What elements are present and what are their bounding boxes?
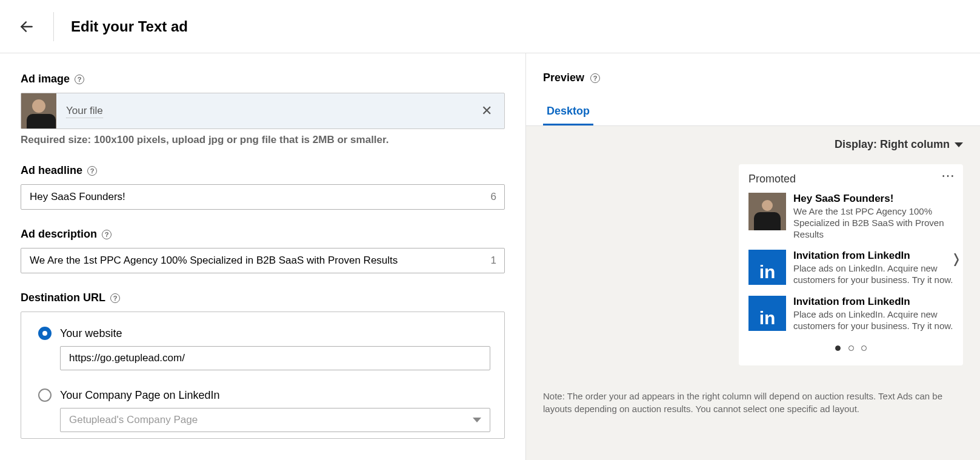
ad-description-preview: We Are the 1st PPC Agency 100% Specializ… — [793, 206, 953, 240]
carousel-dots — [748, 342, 953, 353]
promoted-card: ⋯ Promoted Hey SaaS Founders! We Are the… — [739, 164, 963, 365]
description-label-text: Ad description — [21, 228, 97, 241]
file-name-wrap: Your file — [56, 105, 469, 117]
radio-company-page-label: Your Company Page on LinkedIn — [60, 389, 220, 402]
chevron-down-icon — [473, 418, 481, 422]
carousel-dot-1[interactable] — [835, 345, 841, 351]
preview-title-text: Preview — [543, 72, 584, 84]
promoted-badge: Promoted — [748, 173, 953, 185]
destination-label-text: Destination URL — [21, 292, 105, 304]
company-page-placeholder: Getuplead's Company Page — [69, 414, 198, 426]
preview-title: Preview ? — [543, 72, 963, 84]
website-url-input[interactable] — [60, 346, 490, 370]
chevron-down-icon — [955, 142, 963, 147]
ad-image-file-row: Your file ✕ — [21, 93, 505, 129]
carousel-next-button[interactable]: › — [953, 239, 959, 276]
page-header: Edit your Text ad — [0, 0, 980, 53]
ad-preview-filler[interactable]: in Invitation from LinkedIn Place ads on… — [748, 296, 953, 332]
arrow-left-icon — [19, 19, 35, 35]
more-options-button[interactable]: ⋯ — [941, 168, 956, 184]
ad-image-hint: Required size: 100x100 pixels, upload jp… — [21, 134, 505, 146]
ad-image-label-text: Ad image — [21, 73, 70, 85]
preview-tabs: Desktop — [526, 99, 980, 126]
description-input[interactable] — [21, 248, 505, 273]
carousel-dot-2[interactable] — [848, 345, 854, 351]
ad-headline-preview: Hey SaaS Founders! — [793, 193, 953, 205]
company-page-select[interactable]: Getuplead's Company Page — [60, 408, 490, 432]
radio-company-page[interactable] — [38, 388, 52, 402]
filler-title: Invitation from LinkedIn — [793, 296, 953, 308]
description-remaining: 1 — [491, 255, 496, 267]
preview-note: Note: The order your ad appears in the r… — [543, 390, 963, 415]
filler-body: Place ads on LinkedIn. Acquire new custo… — [793, 309, 953, 332]
filler-body: Place ads on LinkedIn. Acquire new custo… — [793, 263, 953, 286]
destination-label: Destination URL ? — [21, 292, 505, 304]
destination-box: Your website Your Company Page on Linked… — [21, 312, 505, 439]
help-icon[interactable]: ? — [110, 293, 120, 303]
file-name-text[interactable]: Your file — [66, 105, 103, 118]
ad-image-label: Ad image ? — [21, 73, 505, 85]
radio-your-website-label: Your website — [60, 327, 122, 340]
form-panel: Ad image ? Your file ✕ Required size: 10… — [0, 53, 525, 460]
headline-input[interactable] — [21, 184, 505, 210]
ad-thumbnail — [748, 193, 786, 230]
linkedin-logo-icon: in — [748, 296, 786, 331]
divider — [53, 12, 54, 41]
help-icon[interactable]: ? — [590, 73, 600, 83]
linkedin-logo-icon: in — [748, 250, 786, 285]
carousel-dot-3[interactable] — [861, 345, 867, 351]
preview-panel: Preview ? Desktop Display: Right column … — [525, 53, 980, 460]
description-label: Ad description ? — [21, 228, 505, 241]
display-selector-label: Display: Right column — [835, 138, 950, 151]
radio-your-website[interactable] — [38, 327, 52, 340]
help-icon[interactable]: ? — [102, 230, 112, 239]
headline-label-text: Ad headline — [21, 164, 82, 177]
remove-file-button[interactable]: ✕ — [469, 103, 504, 119]
display-selector[interactable]: Display: Right column — [543, 138, 963, 151]
page-title: Edit your Text ad — [71, 18, 188, 35]
help-icon[interactable]: ? — [87, 166, 97, 176]
headline-label: Ad headline ? — [21, 164, 505, 177]
back-button[interactable] — [0, 10, 53, 44]
help-icon[interactable]: ? — [75, 75, 84, 84]
preview-stage: Display: Right column ⋯ Promoted Hey Saa… — [526, 126, 980, 460]
tab-desktop[interactable]: Desktop — [543, 99, 593, 125]
headline-remaining: 6 — [491, 191, 496, 203]
ad-image-thumbnail[interactable] — [21, 93, 56, 128]
ad-preview-filler[interactable]: in Invitation from LinkedIn Place ads on… — [748, 250, 953, 286]
ad-preview-main[interactable]: Hey SaaS Founders! We Are the 1st PPC Ag… — [748, 193, 953, 240]
filler-title: Invitation from LinkedIn — [793, 250, 953, 262]
